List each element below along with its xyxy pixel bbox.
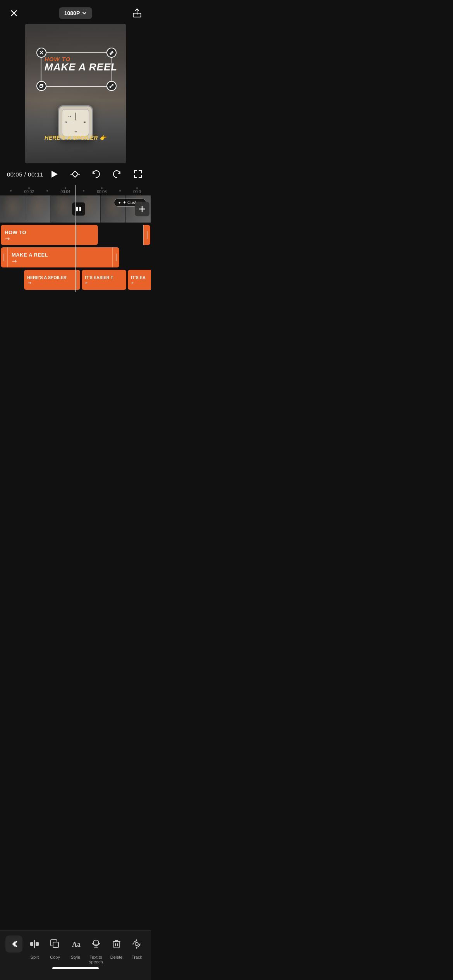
track-label-its-easier: IT'S EASIER T	[85, 275, 123, 280]
timeline-ruler: 00:02 00:04 00:06	[0, 185, 151, 195]
resolution-label: 1080P	[64, 10, 80, 16]
svg-rect-13	[79, 207, 81, 211]
track-row-spoiler: HERE'S A SPOILER IT'S EASIER T	[0, 270, 151, 290]
ruler-mark-end: 00:0	[133, 187, 141, 194]
track-block-its-ea[interactable]: IT'S EA	[128, 270, 151, 290]
svg-marker-8	[51, 171, 58, 178]
close-button[interactable]	[7, 6, 21, 20]
ruler-mark-00-04: 00:04	[61, 187, 70, 194]
ruler-mark-dot1	[10, 190, 12, 192]
timeline-section: 00:02 00:04 00:06	[0, 185, 151, 292]
video-preview: XII III VI IX	[25, 24, 126, 163]
track-row-make-reel: MAKE A REEL	[0, 247, 151, 267]
track-label-how-to: HOW TO	[5, 230, 94, 235]
top-bar: 1080P	[0, 0, 151, 24]
play-button[interactable]	[48, 168, 60, 180]
handle-edit[interactable]	[106, 48, 117, 58]
video-text-spoiler: HERE'S A SPOILER 👉	[25, 135, 126, 141]
track-label-spoiler: HERE'S A SPOILER	[27, 275, 77, 280]
track-row-how-to: HOW TO	[0, 225, 151, 245]
ruler-mark-dot2	[46, 190, 48, 192]
ruler-mark-dot4	[119, 190, 121, 192]
track-block-its-easier[interactable]: IT'S EASIER T	[82, 270, 126, 290]
svg-marker-9	[72, 171, 78, 177]
track-block-spoiler[interactable]: HERE'S A SPOILER	[24, 270, 80, 290]
video-background: XII III VI IX	[25, 24, 126, 163]
handle-resize[interactable]	[106, 81, 117, 91]
resolution-button[interactable]: 1080P	[59, 7, 92, 19]
svg-marker-19	[86, 282, 88, 284]
add-clip-button[interactable]	[135, 202, 149, 216]
redo-button[interactable]	[111, 168, 123, 180]
track-right-handle-how-to[interactable]	[143, 225, 150, 245]
svg-rect-12	[76, 207, 78, 211]
track-label-make-reel: MAKE A REEL	[12, 252, 108, 258]
video-strip[interactable]: ✦ ✦ Custom	[0, 195, 151, 223]
track-left-handle-make-reel[interactable]	[1, 247, 8, 267]
undo-button[interactable]	[90, 168, 102, 180]
track-block-how-to[interactable]: HOW TO	[1, 225, 98, 245]
time-display: 00:05 / 00:11	[7, 171, 43, 178]
export-button[interactable]	[130, 6, 144, 20]
strip-frame-2	[25, 195, 50, 223]
keyframe-button[interactable]	[69, 168, 81, 180]
current-time: 00:05	[7, 171, 22, 178]
svg-marker-20	[132, 282, 134, 284]
track-label-its-ea: IT'S EA	[131, 275, 151, 280]
ruler-mark-00-06: 00:06	[97, 187, 106, 194]
pause-badge	[72, 202, 85, 216]
svg-rect-7	[40, 85, 42, 87]
fullscreen-button[interactable]	[132, 168, 144, 180]
track-block-make-reel[interactable]: MAKE A REEL	[8, 247, 112, 267]
playback-buttons	[48, 168, 144, 180]
ruler-mark-dot3	[83, 190, 84, 192]
track-right-handle-make-reel[interactable]	[112, 247, 119, 267]
handle-duplicate[interactable]	[36, 81, 46, 91]
video-text-make-reel: MAKE A REEL	[45, 61, 117, 73]
playback-controls: 00:05 / 00:11	[0, 163, 151, 185]
tracks-area: HOW TO	[0, 223, 151, 292]
time-separator: /	[24, 171, 26, 178]
strip-frame-1	[0, 195, 25, 223]
ruler-mark-00-02: 00:02	[24, 187, 34, 194]
total-time: 00:11	[28, 171, 43, 178]
